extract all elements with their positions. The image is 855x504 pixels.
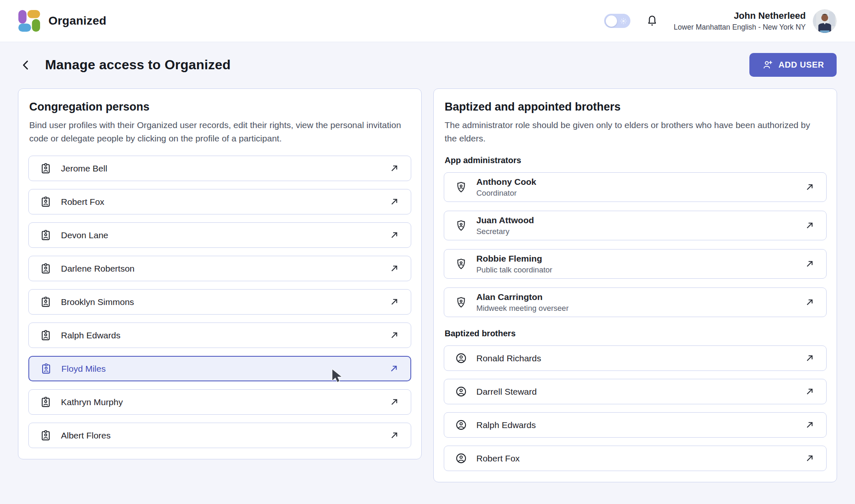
sun-icon xyxy=(620,17,627,25)
contact-badge-icon xyxy=(40,396,52,408)
back-button[interactable] xyxy=(18,58,33,73)
person-circle-icon xyxy=(455,419,467,431)
congregation-persons-description: Bind user profiles with their Organized … xyxy=(29,118,410,145)
person-role: Secretary xyxy=(476,227,534,236)
person-circle-icon xyxy=(455,452,467,464)
contact-badge-icon xyxy=(40,329,52,341)
add-user-button[interactable]: ADD USER xyxy=(749,53,837,77)
list-item-floyd-miles-selected[interactable]: Floyd Miles xyxy=(28,356,411,381)
admin-item-robbie-fleming[interactable]: Robbie Fleming Public talk coordinator xyxy=(444,249,827,279)
person-name: Kathryn Murphy xyxy=(61,397,123,407)
baptized-brothers-description: The administrator role should be given o… xyxy=(445,118,812,145)
person-name: Devon Lane xyxy=(61,230,108,240)
list-item-devon-lane[interactable]: Devon Lane xyxy=(28,222,411,248)
arrow-up-right-icon[interactable] xyxy=(389,263,400,274)
page-title-row: Manage access to Organized ADD USER xyxy=(0,42,855,83)
page-title: Manage access to Organized xyxy=(45,57,230,73)
user-name: John Netherleed xyxy=(674,10,806,22)
list-item-kathryn-murphy[interactable]: Kathryn Murphy xyxy=(28,389,411,415)
person-name: Ralph Edwards xyxy=(476,420,536,430)
arrow-up-right-icon[interactable] xyxy=(389,296,400,307)
admin-item-alan-carrington[interactable]: Alan Carrington Midweek meeting overseer xyxy=(444,287,827,317)
baptized-brothers-title: Baptized and appointed brothers xyxy=(445,101,826,113)
arrow-up-right-icon[interactable] xyxy=(804,419,815,431)
person-circle-icon xyxy=(455,352,467,364)
person-name: Albert Flores xyxy=(61,431,111,441)
admin-item-juan-attwood[interactable]: Juan Attwood Secretary xyxy=(444,211,827,240)
shield-person-icon xyxy=(455,181,467,193)
person-name: Ralph Edwards xyxy=(61,330,120,340)
person-name: Alan Carrington xyxy=(476,292,569,302)
arrow-up-right-icon[interactable] xyxy=(804,220,815,231)
person-role: Coordinator xyxy=(476,189,536,198)
avatar[interactable] xyxy=(813,9,837,33)
arrow-up-right-icon[interactable] xyxy=(389,430,400,441)
arrow-up-right-icon[interactable] xyxy=(804,353,815,364)
add-user-label: ADD USER xyxy=(779,60,824,70)
app-header: Organized John Netherleed Lower Manhatta… xyxy=(0,0,855,42)
brand: Organized xyxy=(18,10,106,32)
list-item-robert-fox[interactable]: Robert Fox xyxy=(28,189,411,214)
congregation-persons-title: Congregation persons xyxy=(29,101,410,113)
toggle-knob xyxy=(606,15,617,27)
main-content: Congregation persons Bind user profiles … xyxy=(0,83,855,482)
contact-badge-icon xyxy=(40,296,52,308)
arrow-up-right-icon[interactable] xyxy=(804,453,815,464)
arrow-up-right-icon[interactable] xyxy=(804,297,815,308)
baptized-brothers-card: Baptized and appointed brothers The admi… xyxy=(433,88,837,482)
person-name: Darrell Steward xyxy=(476,387,537,397)
person-name: Floyd Miles xyxy=(61,364,106,374)
baptized-brothers-label: Baptized brothers xyxy=(445,329,826,338)
arrow-up-right-icon[interactable] xyxy=(388,363,400,374)
person-name: Robbie Fleming xyxy=(476,253,552,264)
person-role: Public talk coordinator xyxy=(476,265,552,275)
person-name: Anthony Cook xyxy=(476,176,536,187)
arrow-up-right-icon[interactable] xyxy=(389,330,400,341)
contact-badge-icon xyxy=(40,229,52,241)
bell-icon[interactable] xyxy=(645,14,659,28)
person-name: Juan Attwood xyxy=(476,215,534,226)
arrow-up-right-icon[interactable] xyxy=(389,163,400,174)
list-item-darlene-robertson[interactable]: Darlene Robertson xyxy=(28,256,411,281)
brother-item-ralph-edwards[interactable]: Ralph Edwards xyxy=(444,412,827,438)
arrow-up-right-icon[interactable] xyxy=(804,386,815,397)
person-name: Darlene Robertson xyxy=(61,264,134,274)
shield-person-icon xyxy=(455,296,467,308)
person-name: Robert Fox xyxy=(476,454,520,464)
organized-logo-icon xyxy=(18,10,40,32)
list-item-albert-flores[interactable]: Albert Flores xyxy=(28,423,411,448)
shield-person-icon xyxy=(455,258,467,270)
app-administrators-label: App administrators xyxy=(445,156,826,165)
congregation-persons-card: Congregation persons Bind user profiles … xyxy=(18,88,422,459)
list-item-ralph-edwards[interactable]: Ralph Edwards xyxy=(28,323,411,348)
user-block[interactable]: John Netherleed Lower Manhattan English … xyxy=(674,9,837,33)
theme-toggle[interactable] xyxy=(604,14,630,28)
contact-badge-icon xyxy=(40,363,52,375)
list-item-jerome-bell[interactable]: Jerome Bell xyxy=(28,156,411,181)
user-congregation: Lower Manhattan English - New York NY xyxy=(674,23,806,32)
person-role: Midweek meeting overseer xyxy=(476,304,569,313)
person-name: Jerome Bell xyxy=(61,164,107,174)
chevron-left-icon xyxy=(20,59,32,71)
arrow-up-right-icon[interactable] xyxy=(389,396,400,408)
person-name: Ronald Richards xyxy=(476,353,541,363)
person-name: Brooklyn Simmons xyxy=(61,297,134,307)
contact-badge-icon xyxy=(40,262,52,275)
brother-item-robert-fox[interactable]: Robert Fox xyxy=(444,446,827,471)
arrow-up-right-icon[interactable] xyxy=(804,258,815,270)
person-plus-icon xyxy=(762,59,773,71)
arrow-up-right-icon[interactable] xyxy=(804,181,815,193)
app-name: Organized xyxy=(48,14,106,28)
list-item-brooklyn-simmons[interactable]: Brooklyn Simmons xyxy=(28,289,411,315)
contact-badge-icon xyxy=(40,162,52,174)
contact-badge-icon xyxy=(40,429,52,441)
contact-badge-icon xyxy=(40,196,52,208)
brother-item-ronald-richards[interactable]: Ronald Richards xyxy=(444,345,827,371)
shield-person-icon xyxy=(455,219,467,232)
arrow-up-right-icon[interactable] xyxy=(389,196,400,207)
arrow-up-right-icon[interactable] xyxy=(389,229,400,241)
person-circle-icon xyxy=(455,386,467,398)
brother-item-darrell-steward[interactable]: Darrell Steward xyxy=(444,379,827,404)
person-name: Robert Fox xyxy=(61,197,104,207)
admin-item-anthony-cook[interactable]: Anthony Cook Coordinator xyxy=(444,172,827,202)
